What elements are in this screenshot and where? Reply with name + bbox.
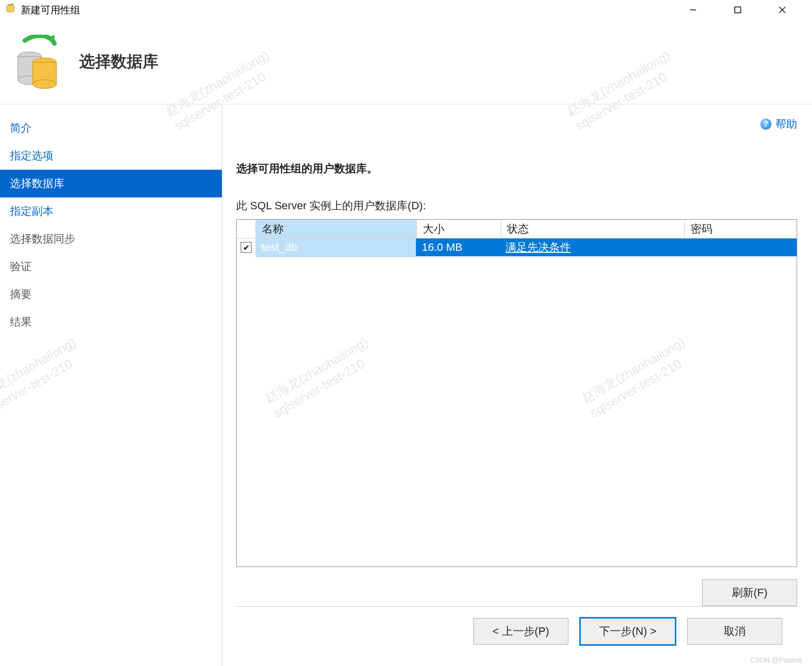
svg-point-12: [33, 80, 56, 89]
minimize-button[interactable]: [678, 0, 708, 20]
nav-validation: 验证: [0, 253, 222, 281]
col-checkbox[interactable]: [237, 220, 256, 238]
wizard-nav: 简介 指定选项 选择数据库 指定副本 选择数据同步 验证 摘要 结果: [0, 104, 222, 666]
titlebar: 新建可用性组: [0, 0, 812, 20]
prev-button[interactable]: < 上一步(P): [473, 618, 568, 645]
nav-intro[interactable]: 简介: [0, 114, 222, 142]
page-title: 选择数据库: [79, 51, 158, 73]
col-size[interactable]: 大小: [417, 220, 501, 238]
wizard-window: 赵海龙(zhaohailong) sqlserver-test-210 赵海龙(…: [0, 0, 812, 666]
table-header: 名称 大小 状态 密码: [237, 220, 797, 238]
help-icon: ?: [761, 119, 771, 130]
col-name[interactable]: 名称: [256, 220, 417, 238]
nav-specify-replicas[interactable]: 指定副本: [0, 197, 222, 225]
help-label: 帮助: [775, 117, 797, 132]
footer: < 上一步(P) 下一步(N) > 取消: [236, 606, 797, 656]
window-title: 新建可用性组: [21, 3, 80, 17]
col-password[interactable]: 密码: [685, 220, 797, 238]
next-button[interactable]: 下一步(N) >: [579, 617, 676, 646]
nav-summary: 摘要: [0, 281, 222, 308]
nav-specify-options[interactable]: 指定选项: [0, 142, 222, 170]
col-state[interactable]: 状态: [501, 220, 685, 238]
body: 简介 指定选项 选择数据库 指定副本 选择数据同步 验证 摘要 结果 ? 帮助 …: [0, 104, 812, 666]
header: 选择数据库: [0, 20, 812, 104]
cancel-button[interactable]: 取消: [687, 618, 782, 645]
cell-name: test_db: [255, 238, 416, 257]
checkbox-checked-icon: ✔: [241, 242, 252, 253]
app-icon: [5, 3, 16, 17]
cell-password: [683, 238, 797, 257]
database-cycle-icon: [12, 32, 62, 92]
table-body: ✔ test_db 16.0 MB 满足先决条件: [237, 238, 797, 567]
databases-table: 名称 大小 状态 密码 ✔ test_db 16.0 MB 满足先决条件: [236, 219, 797, 567]
row-checkbox[interactable]: ✔: [237, 238, 255, 256]
main-content: ? 帮助 选择可用性组的用户数据库。 此 SQL Server 实例上的用户数据…: [222, 104, 812, 666]
help-link[interactable]: ? 帮助: [761, 117, 797, 132]
refresh-button[interactable]: 刷新(F): [702, 579, 797, 606]
nav-results: 结果: [0, 308, 222, 336]
table-row[interactable]: ✔ test_db 16.0 MB 满足先决条件: [237, 238, 797, 256]
table-label: 此 SQL Server 实例上的用户数据库(D):: [236, 198, 797, 213]
svg-rect-3: [735, 7, 741, 13]
cell-size: 16.0 MB: [416, 238, 500, 257]
nav-select-databases[interactable]: 选择数据库: [0, 170, 222, 197]
instruction-text: 选择可用性组的用户数据库。: [236, 161, 797, 176]
maximize-button[interactable]: [723, 0, 753, 20]
csdn-watermark: CSDN @Patanis: [751, 656, 802, 664]
close-button[interactable]: [767, 0, 797, 20]
cell-state[interactable]: 满足先决条件: [500, 238, 683, 257]
nav-select-sync: 选择数据同步: [0, 225, 222, 253]
